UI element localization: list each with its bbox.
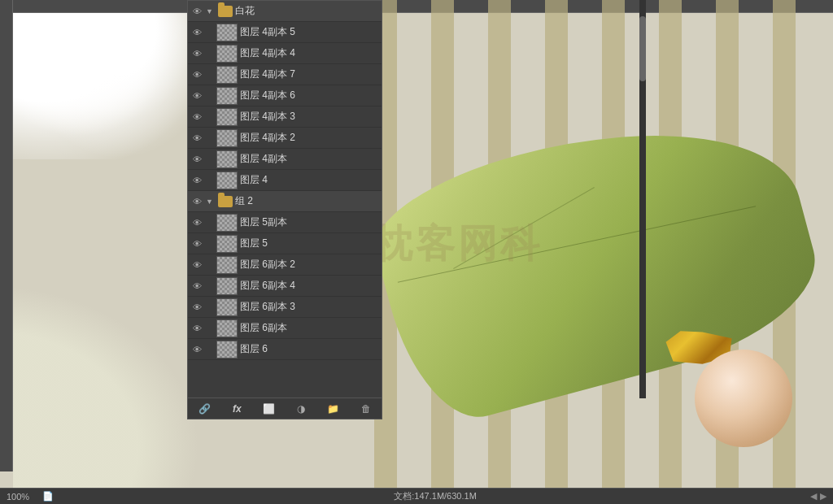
layer-thumb-l11 <box>216 256 238 274</box>
doc-info: 文档:147.1M/630.1M <box>60 490 810 502</box>
eye-icon-g2[interactable]: 👁 <box>188 191 206 212</box>
eye-icon-l4[interactable]: 👁 <box>188 85 206 106</box>
layer-row-l15[interactable]: 👁 图层 6 <box>188 339 382 360</box>
eye-icon-l11[interactable]: 👁 <box>188 254 206 276</box>
adjust-button[interactable]: ◑ <box>294 402 308 416</box>
layer-thumb-l10 <box>216 235 238 253</box>
leaf-area <box>345 122 833 463</box>
layer-thumb-l8 <box>216 172 238 189</box>
layer-thumb-l12 <box>216 277 238 295</box>
group-row-2[interactable]: 👁 ▼ 组 2 <box>188 191 382 212</box>
layer-thumb-l3 <box>216 66 238 84</box>
eye-icon-l10[interactable]: 👁 <box>188 233 206 254</box>
layer-label-l14: 图层 6副本 <box>240 321 378 335</box>
doc-icon: 📄 <box>42 491 54 502</box>
nav-arrows[interactable]: ◀ ▶ <box>810 491 826 502</box>
group-row-1[interactable]: 👁 ▼ 白花 <box>188 1 382 22</box>
layer-label-l2: 图层 4副本 4 <box>240 46 378 60</box>
panel-scrollbar[interactable] <box>639 0 646 398</box>
layer-row-l4[interactable]: 👁 图层 4副本 6 <box>188 85 382 106</box>
layer-row-l11[interactable]: 👁 图层 6副本 2 <box>188 254 382 276</box>
layer-thumb-l1 <box>216 24 238 41</box>
layer-row-l12[interactable]: 👁 图层 6副本 4 <box>188 276 382 297</box>
pearl <box>695 350 792 447</box>
new-folder-button[interactable]: 📁 <box>324 402 342 416</box>
eye-icon-l7[interactable]: 👁 <box>188 149 206 170</box>
layer-thumb-l13 <box>216 298 238 316</box>
layer-thumb-l7 <box>216 150 238 168</box>
arrow-icon-g1: ▼ <box>206 7 216 15</box>
trash-button[interactable]: 🗑 <box>358 402 374 416</box>
layer-row-l13[interactable]: 👁 图层 6副本 3 <box>188 297 382 318</box>
layer-label-l8: 图层 4 <box>240 173 378 187</box>
arrow-left-btn[interactable]: ◀ <box>810 491 817 502</box>
status-bar: 100% 📄 文档:147.1M/630.1M ◀ ▶ <box>0 488 833 504</box>
curve-area <box>13 285 200 488</box>
eye-icon-l1[interactable]: 👁 <box>188 22 206 43</box>
fx-button[interactable]: fx <box>229 402 245 416</box>
layer-row-l8[interactable]: 👁 图层 4 <box>188 170 382 191</box>
eye-icon-l3[interactable]: 👁 <box>188 64 206 85</box>
layer-thumb-l14 <box>216 319 238 337</box>
layer-label-l11: 图层 6副本 2 <box>240 258 378 272</box>
ruler-left <box>0 0 13 471</box>
layer-row-l5[interactable]: 👁 图层 4副本 3 <box>188 106 382 128</box>
layer-thumb-l2 <box>216 45 238 63</box>
eye-icon-l8[interactable]: 👁 <box>188 170 206 191</box>
eye-icon-g1[interactable]: 👁 <box>188 1 206 22</box>
zoom-level: 100% <box>7 492 29 502</box>
eye-icon-l14[interactable]: 👁 <box>188 318 206 339</box>
layer-label-l1: 图层 4副本 5 <box>240 25 378 39</box>
layer-label-l7: 图层 4副本 <box>240 152 378 166</box>
layer-thumb-l9 <box>216 214 238 232</box>
layer-thumb-l5 <box>216 108 238 126</box>
canvas-area: 枕客网科 <box>0 0 833 488</box>
folder-icon-g1 <box>218 6 233 17</box>
layers-panel: 👁 ▼ 白花 👁 图层 4副本 5 👁 图层 4副本 4 👁 图层 4副本 7 … <box>187 0 382 398</box>
layer-label-l9: 图层 5副本 <box>240 215 378 229</box>
layer-label-l3: 图层 4副本 7 <box>240 67 378 81</box>
ruler-top <box>13 0 833 13</box>
layer-row-l3[interactable]: 👁 图层 4副本 7 <box>188 64 382 85</box>
layer-label-l4: 图层 4副本 6 <box>240 89 378 102</box>
layer-row-l10[interactable]: 👁 图层 5 <box>188 233 382 254</box>
layer-row-l1[interactable]: 👁 图层 4副本 5 <box>188 22 382 43</box>
layer-label-l13: 图层 6副本 3 <box>240 300 378 314</box>
folder-icon-g2 <box>218 196 233 207</box>
eye-icon-l9[interactable]: 👁 <box>188 212 206 233</box>
arrow-right-btn[interactable]: ▶ <box>820 491 826 502</box>
group-label-1: 白花 <box>235 4 378 18</box>
eye-icon-l6[interactable]: 👁 <box>188 128 206 149</box>
layer-label-l6: 图层 4副本 2 <box>240 131 378 145</box>
mask-button[interactable]: ⬜ <box>259 402 278 416</box>
layer-label-l12: 图层 6副本 4 <box>240 279 378 293</box>
layer-label-l15: 图层 6 <box>240 342 378 356</box>
layer-thumb-l15 <box>216 341 238 358</box>
layers-toolbar: 🔗 fx ⬜ ◑ 📁 🗑 <box>187 398 382 419</box>
eye-icon-l2[interactable]: 👁 <box>188 43 206 64</box>
flower-area <box>13 13 192 159</box>
layer-thumb-l4 <box>216 87 238 105</box>
eye-icon-l15[interactable]: 👁 <box>188 339 206 360</box>
eye-icon-l12[interactable]: 👁 <box>188 276 206 297</box>
eye-icon-l13[interactable]: 👁 <box>188 297 206 318</box>
layer-row-l9[interactable]: 👁 图层 5副本 <box>188 212 382 233</box>
layer-row-l14[interactable]: 👁 图层 6副本 <box>188 318 382 339</box>
layer-row-l2[interactable]: 👁 图层 4副本 4 <box>188 43 382 64</box>
layer-row-l6[interactable]: 👁 图层 4副本 2 <box>188 128 382 149</box>
layer-row-l7[interactable]: 👁 图层 4副本 <box>188 149 382 170</box>
layer-thumb-l6 <box>216 129 238 147</box>
layer-label-l10: 图层 5 <box>240 237 378 250</box>
link-button[interactable]: 🔗 <box>195 402 214 416</box>
arrow-icon-g2: ▼ <box>206 198 216 206</box>
eye-icon-l5[interactable]: 👁 <box>188 106 206 128</box>
layer-label-l5: 图层 4副本 3 <box>240 110 378 124</box>
group-label-2: 组 2 <box>235 194 378 208</box>
scrollbar-thumb[interactable] <box>639 16 646 81</box>
